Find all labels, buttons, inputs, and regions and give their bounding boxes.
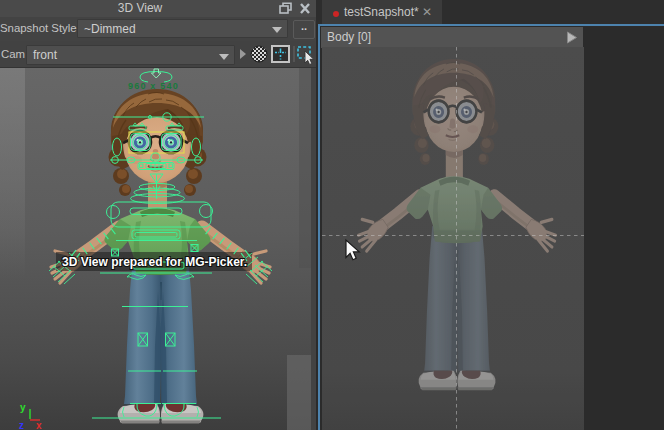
svg-text:z: z xyxy=(19,420,24,430)
svg-text:3D View prepared for MG-Picker: 3D View prepared for MG-Picker. xyxy=(62,255,247,269)
svg-text:960 x 540: 960 x 540 xyxy=(128,81,179,91)
svg-text:y: y xyxy=(20,402,26,413)
svg-text:x: x xyxy=(36,420,42,430)
